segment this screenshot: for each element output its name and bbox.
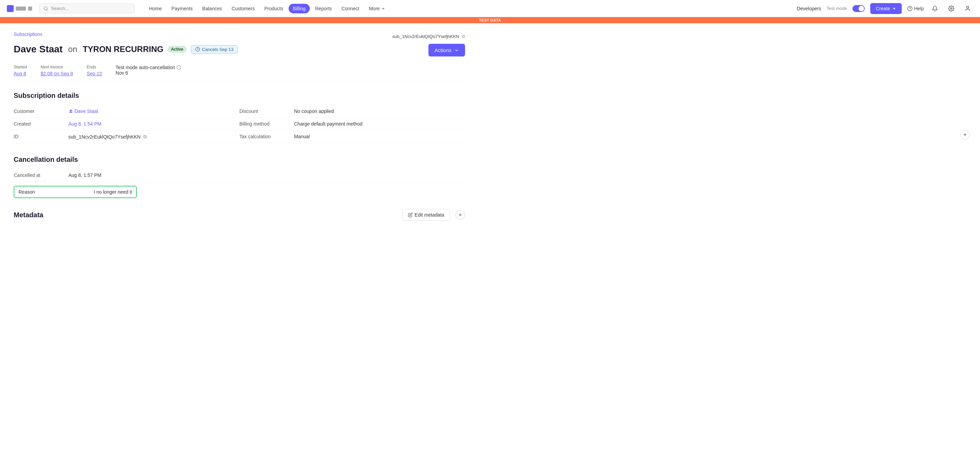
tax-value: Manual bbox=[294, 134, 310, 139]
tax-row: Tax calculation Manual bbox=[239, 130, 465, 143]
metadata-title: Metadata bbox=[14, 211, 43, 219]
logo-small bbox=[28, 6, 32, 11]
test-mode-toggle[interactable] bbox=[853, 5, 865, 12]
add-item-button[interactable]: + bbox=[960, 130, 970, 140]
subscription-details-grid: Customer Dave Staat Created Aug 8, 1:54 … bbox=[14, 105, 465, 146]
created-link[interactable]: Aug 8, 1:54 PM bbox=[68, 121, 102, 127]
svg-point-0 bbox=[44, 6, 47, 10]
started-value[interactable]: Aug 8 bbox=[14, 71, 26, 76]
logo-rect bbox=[16, 6, 26, 11]
discount-row: Discount No coupon applied bbox=[239, 105, 465, 118]
page-header: Dave Staat on TYRON RECURRING Active Can… bbox=[14, 44, 465, 56]
gear-icon bbox=[948, 5, 955, 12]
billing-method-value: Charge default payment method bbox=[294, 121, 363, 127]
top-nav: Search... Home Payments Balances Custome… bbox=[0, 0, 980, 17]
subscription-details-title: Subscription details bbox=[14, 92, 465, 100]
search-bar[interactable]: Search... bbox=[39, 3, 135, 13]
billing-method-row: Billing method Charge default payment me… bbox=[239, 118, 465, 130]
copy-id-icon[interactable]: ⧉ bbox=[462, 34, 465, 39]
nav-home[interactable]: Home bbox=[145, 4, 166, 13]
ends-cell: Ends Sep 13 bbox=[87, 65, 102, 76]
ends-value[interactable]: Sep 13 bbox=[87, 71, 102, 76]
info-icon bbox=[177, 65, 181, 70]
page-content: Subscriptions sub_1Ncv2rEuklQtQo7YsefjhK… bbox=[0, 23, 479, 229]
customer-name-title: Dave Staat bbox=[14, 44, 62, 55]
next-invoice-value[interactable]: $2.08 on Sep 8 bbox=[41, 71, 73, 76]
title-on-label: on bbox=[68, 45, 77, 54]
page-title-area: Dave Staat on TYRON RECURRING Active Can… bbox=[14, 44, 238, 55]
reason-container: Reason I no longer need it bbox=[14, 186, 465, 198]
user-icon bbox=[965, 5, 971, 12]
edit-icon bbox=[408, 212, 413, 217]
copy-sub-id-icon[interactable]: ⧉ bbox=[143, 134, 147, 140]
breadcrumb[interactable]: Subscriptions bbox=[14, 32, 42, 37]
search-placeholder: Search... bbox=[51, 6, 69, 11]
create-button[interactable]: Create bbox=[870, 3, 902, 14]
customer-link[interactable]: Dave Staat bbox=[68, 108, 98, 114]
cancelled-at-value: Aug 8, 1:57 PM bbox=[68, 172, 102, 178]
clock-icon bbox=[195, 47, 200, 52]
svg-point-4 bbox=[967, 6, 969, 8]
cancels-badge: Cancels Sep 13 bbox=[191, 45, 238, 54]
nav-reports[interactable]: Reports bbox=[311, 4, 336, 13]
stripe-logo bbox=[7, 5, 14, 12]
help-circle-icon bbox=[907, 6, 913, 11]
logo-area bbox=[7, 5, 32, 12]
svg-point-3 bbox=[951, 8, 952, 9]
nav-customers[interactable]: Customers bbox=[228, 4, 259, 13]
user-circle-icon bbox=[68, 109, 73, 113]
nav-more[interactable]: More bbox=[365, 4, 390, 13]
id-value: sub_1Ncv2rEuklQtQo7YsefjhKKN ⧉ bbox=[68, 134, 147, 140]
test-mode-label: Test mode bbox=[826, 6, 847, 11]
help-link[interactable]: Help bbox=[907, 6, 924, 11]
bell-icon bbox=[932, 5, 938, 12]
reason-row-highlighted: Reason I no longer need it bbox=[14, 186, 137, 198]
next-invoice-cell: Next invoice $2.08 on Sep 8 bbox=[41, 65, 73, 76]
metadata-actions: Edit metadata bbox=[402, 209, 465, 221]
close-metadata-button[interactable] bbox=[455, 210, 465, 220]
metadata-section: Metadata Edit metadata bbox=[14, 209, 465, 221]
nav-balances[interactable]: Balances bbox=[198, 4, 226, 13]
nav-products[interactable]: Products bbox=[260, 4, 287, 13]
auto-cancel-label: Test mode auto-cancellation bbox=[116, 65, 181, 70]
user-avatar[interactable] bbox=[962, 3, 973, 14]
notifications-button[interactable] bbox=[929, 3, 940, 14]
customer-row: Customer Dave Staat bbox=[14, 105, 239, 118]
discount-value: No coupon applied bbox=[294, 108, 334, 114]
test-data-banner: TEST DATA bbox=[0, 17, 980, 23]
created-value: Aug 8, 1:54 PM bbox=[68, 121, 102, 127]
cancellation-details-section: Cancelled at Aug 8, 1:57 PM Reason I no … bbox=[14, 169, 465, 198]
nav-payments[interactable]: Payments bbox=[167, 4, 197, 13]
developers-link[interactable]: Developers bbox=[797, 6, 821, 11]
chevron-down-icon bbox=[381, 6, 385, 11]
subscription-id-header: sub_1Ncv2rEuklQtQo7YsefjhKKN ⧉ bbox=[392, 34, 465, 39]
settings-button[interactable] bbox=[946, 3, 957, 14]
cancelled-at-row: Cancelled at Aug 8, 1:57 PM bbox=[14, 169, 465, 182]
subscription-details-left: Customer Dave Staat Created Aug 8, 1:54 … bbox=[14, 105, 239, 146]
plan-name-title: TYRON RECURRING bbox=[83, 45, 164, 54]
auto-cancel-cell: Test mode auto-cancellation Nov 6 bbox=[116, 65, 181, 76]
x-icon bbox=[458, 213, 462, 217]
actions-button[interactable]: Actions bbox=[428, 44, 465, 56]
customer-value: Dave Staat bbox=[68, 108, 98, 114]
nav-right: Developers Test mode Create Help bbox=[797, 3, 973, 14]
id-row: ID sub_1Ncv2rEuklQtQo7YsefjhKKN ⧉ bbox=[14, 130, 239, 144]
chevron-down-icon bbox=[892, 6, 896, 11]
nav-connect[interactable]: Connect bbox=[337, 4, 363, 13]
main-nav: Home Payments Balances Customers Product… bbox=[145, 4, 390, 13]
subscription-details-right: Discount No coupon applied Billing metho… bbox=[239, 105, 465, 146]
cancellation-details-title: Cancellation details bbox=[14, 156, 465, 164]
search-icon bbox=[43, 6, 48, 11]
nav-billing[interactable]: Billing bbox=[289, 4, 309, 13]
chevron-down-icon bbox=[454, 48, 459, 53]
created-row: Created Aug 8, 1:54 PM bbox=[14, 118, 239, 130]
edit-metadata-button[interactable]: Edit metadata bbox=[402, 209, 450, 221]
reason-value: I no longer need it bbox=[94, 189, 132, 195]
active-badge: Active bbox=[167, 46, 187, 53]
auto-cancel-value: Nov 6 bbox=[116, 70, 128, 76]
info-row: Started Aug 8 Next invoice $2.08 on Sep … bbox=[14, 65, 465, 82]
started-cell: Started Aug 8 bbox=[14, 65, 27, 76]
